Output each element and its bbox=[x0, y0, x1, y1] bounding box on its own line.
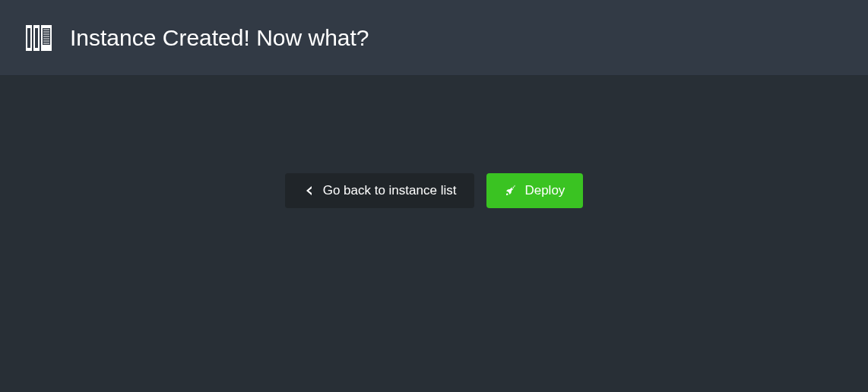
content-area: Go back to instance list Deploy bbox=[0, 76, 868, 208]
deploy-button-label: Deploy bbox=[524, 183, 565, 198]
chevron-left-icon bbox=[303, 185, 315, 197]
page-title: Instance Created! Now what? bbox=[70, 25, 369, 51]
svg-rect-4 bbox=[35, 28, 38, 48]
rocket-icon bbox=[505, 185, 517, 197]
library-icon bbox=[23, 22, 55, 54]
back-button-label: Go back to instance list bbox=[323, 183, 457, 198]
svg-rect-3 bbox=[27, 28, 30, 48]
back-button[interactable]: Go back to instance list bbox=[285, 173, 475, 208]
page-header: Instance Created! Now what? bbox=[0, 0, 868, 76]
deploy-button[interactable]: Deploy bbox=[486, 173, 583, 208]
